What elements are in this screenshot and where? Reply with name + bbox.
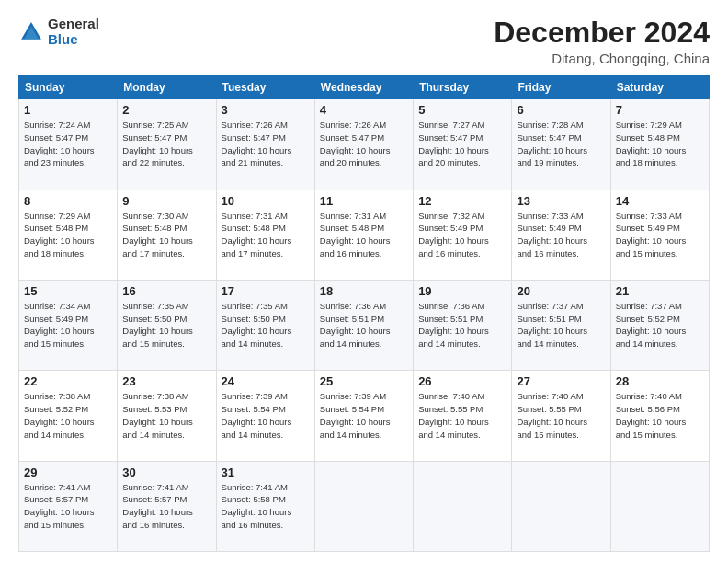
day-number: 5 (418, 103, 506, 117)
calendar-cell: 4Sunrise: 7:26 AMSunset: 5:47 PMDaylight… (314, 99, 413, 190)
day-number: 9 (122, 194, 210, 208)
calendar-cell: 1Sunrise: 7:24 AMSunset: 5:47 PMDaylight… (19, 99, 118, 190)
calendar-cell: 23Sunrise: 7:38 AMSunset: 5:53 PMDayligh… (118, 371, 216, 461)
cell-info: Sunrise: 7:33 AMSunset: 5:49 PMDaylight:… (616, 210, 704, 260)
cell-info: Sunrise: 7:34 AMSunset: 5:49 PMDaylight:… (24, 300, 112, 350)
cell-info: Sunrise: 7:33 AMSunset: 5:49 PMDaylight:… (517, 210, 605, 260)
day-number: 27 (517, 374, 605, 388)
calendar-cell: 6Sunrise: 7:28 AMSunset: 5:47 PMDaylight… (512, 99, 610, 190)
day-number: 23 (122, 374, 210, 388)
day-number: 25 (320, 374, 408, 388)
cell-info: Sunrise: 7:31 AMSunset: 5:48 PMDaylight:… (320, 210, 408, 260)
cell-info: Sunrise: 7:37 AMSunset: 5:52 PMDaylight:… (616, 300, 704, 350)
day-number: 1 (24, 103, 112, 117)
col-thursday: Thursday (414, 76, 512, 99)
calendar-cell: 19Sunrise: 7:36 AMSunset: 5:51 PMDayligh… (414, 280, 512, 370)
calendar-cell: 29Sunrise: 7:41 AMSunset: 5:57 PMDayligh… (19, 461, 118, 551)
cell-info: Sunrise: 7:41 AMSunset: 5:57 PMDaylight:… (24, 481, 112, 532)
cell-info: Sunrise: 7:24 AMSunset: 5:47 PMDaylight:… (24, 119, 112, 169)
day-number: 13 (517, 194, 605, 208)
day-number: 30 (122, 465, 210, 479)
calendar-cell: 22Sunrise: 7:38 AMSunset: 5:52 PMDayligh… (19, 371, 118, 461)
day-number: 14 (616, 194, 704, 208)
day-number: 20 (517, 284, 605, 298)
cell-info: Sunrise: 7:36 AMSunset: 5:51 PMDaylight:… (320, 300, 408, 350)
calendar-row-2: 8Sunrise: 7:29 AMSunset: 5:48 PMDaylight… (19, 190, 710, 280)
day-number: 6 (517, 103, 605, 117)
calendar-cell: 31Sunrise: 7:41 AMSunset: 5:58 PMDayligh… (216, 461, 314, 551)
day-number: 15 (24, 284, 112, 298)
calendar-cell: 25Sunrise: 7:39 AMSunset: 5:54 PMDayligh… (314, 371, 413, 461)
col-friday: Friday (512, 76, 610, 99)
calendar-cell: 21Sunrise: 7:37 AMSunset: 5:52 PMDayligh… (610, 280, 709, 370)
cell-info: Sunrise: 7:26 AMSunset: 5:47 PMDaylight:… (320, 119, 408, 169)
calendar-cell: 16Sunrise: 7:35 AMSunset: 5:50 PMDayligh… (118, 280, 216, 370)
calendar-cell: 2Sunrise: 7:25 AMSunset: 5:47 PMDaylight… (118, 99, 216, 190)
logo: General Blue (18, 17, 99, 47)
calendar-cell: 14Sunrise: 7:33 AMSunset: 5:49 PMDayligh… (610, 190, 709, 280)
cell-info: Sunrise: 7:35 AMSunset: 5:50 PMDaylight:… (222, 300, 310, 350)
calendar-row-1: 1Sunrise: 7:24 AMSunset: 5:47 PMDaylight… (19, 99, 710, 190)
location: Ditang, Chongqing, China (494, 51, 710, 66)
month-title: December 2024 (494, 17, 710, 49)
day-number: 26 (418, 374, 506, 388)
day-number: 28 (616, 374, 704, 388)
calendar-cell: 8Sunrise: 7:29 AMSunset: 5:48 PMDaylight… (19, 190, 118, 280)
day-number: 16 (122, 284, 210, 298)
calendar-cell: 13Sunrise: 7:33 AMSunset: 5:49 PMDayligh… (512, 190, 610, 280)
cell-info: Sunrise: 7:36 AMSunset: 5:51 PMDaylight:… (418, 300, 506, 350)
page: General Blue December 2024 Ditang, Chong… (0, 0, 728, 563)
day-number: 3 (222, 103, 310, 117)
day-number: 4 (320, 103, 408, 117)
logo-text: General Blue (48, 17, 99, 47)
calendar-cell: 10Sunrise: 7:31 AMSunset: 5:48 PMDayligh… (216, 190, 314, 280)
day-number: 7 (616, 103, 704, 117)
calendar-cell: 18Sunrise: 7:36 AMSunset: 5:51 PMDayligh… (314, 280, 413, 370)
day-number: 10 (222, 194, 310, 208)
day-number: 19 (418, 284, 506, 298)
calendar-cell (610, 461, 709, 551)
cell-info: Sunrise: 7:40 AMSunset: 5:56 PMDaylight:… (616, 390, 704, 441)
col-tuesday: Tuesday (216, 76, 314, 99)
cell-info: Sunrise: 7:30 AMSunset: 5:48 PMDaylight:… (122, 210, 210, 260)
cell-info: Sunrise: 7:41 AMSunset: 5:57 PMDaylight:… (122, 481, 210, 532)
day-number: 31 (222, 465, 310, 479)
cell-info: Sunrise: 7:29 AMSunset: 5:48 PMDaylight:… (24, 210, 112, 260)
cell-info: Sunrise: 7:40 AMSunset: 5:55 PMDaylight:… (517, 390, 605, 441)
header: General Blue December 2024 Ditang, Chong… (18, 17, 710, 66)
day-number: 2 (122, 103, 210, 117)
day-number: 12 (418, 194, 506, 208)
col-wednesday: Wednesday (314, 76, 413, 99)
calendar-cell: 20Sunrise: 7:37 AMSunset: 5:51 PMDayligh… (512, 280, 610, 370)
cell-info: Sunrise: 7:29 AMSunset: 5:48 PMDaylight:… (616, 119, 704, 169)
day-number: 8 (24, 194, 112, 208)
cell-info: Sunrise: 7:27 AMSunset: 5:47 PMDaylight:… (418, 119, 506, 169)
calendar-cell: 11Sunrise: 7:31 AMSunset: 5:48 PMDayligh… (314, 190, 413, 280)
day-number: 24 (222, 374, 310, 388)
calendar-cell: 24Sunrise: 7:39 AMSunset: 5:54 PMDayligh… (216, 371, 314, 461)
calendar-cell: 12Sunrise: 7:32 AMSunset: 5:49 PMDayligh… (414, 190, 512, 280)
calendar-row-4: 22Sunrise: 7:38 AMSunset: 5:52 PMDayligh… (19, 371, 710, 461)
calendar-row-3: 15Sunrise: 7:34 AMSunset: 5:49 PMDayligh… (19, 280, 710, 370)
calendar-cell: 27Sunrise: 7:40 AMSunset: 5:55 PMDayligh… (512, 371, 610, 461)
calendar-cell: 17Sunrise: 7:35 AMSunset: 5:50 PMDayligh… (216, 280, 314, 370)
col-saturday: Saturday (610, 76, 709, 99)
calendar-cell: 5Sunrise: 7:27 AMSunset: 5:47 PMDaylight… (414, 99, 512, 190)
cell-info: Sunrise: 7:37 AMSunset: 5:51 PMDaylight:… (517, 300, 605, 350)
calendar-header-row: Sunday Monday Tuesday Wednesday Thursday… (19, 76, 710, 99)
calendar-cell (512, 461, 610, 551)
cell-info: Sunrise: 7:28 AMSunset: 5:47 PMDaylight:… (517, 119, 605, 169)
cell-info: Sunrise: 7:39 AMSunset: 5:54 PMDaylight:… (320, 390, 408, 441)
calendar-row-5: 29Sunrise: 7:41 AMSunset: 5:57 PMDayligh… (19, 461, 710, 551)
cell-info: Sunrise: 7:32 AMSunset: 5:49 PMDaylight:… (418, 210, 506, 260)
day-number: 18 (320, 284, 408, 298)
cell-info: Sunrise: 7:41 AMSunset: 5:58 PMDaylight:… (222, 481, 310, 532)
day-number: 21 (616, 284, 704, 298)
cell-info: Sunrise: 7:40 AMSunset: 5:55 PMDaylight:… (418, 390, 506, 441)
calendar-table: Sunday Monday Tuesday Wednesday Thursday… (18, 75, 710, 552)
title-block: December 2024 Ditang, Chongqing, China (494, 17, 710, 66)
col-monday: Monday (118, 76, 216, 99)
cell-info: Sunrise: 7:25 AMSunset: 5:47 PMDaylight:… (122, 119, 210, 169)
cell-info: Sunrise: 7:38 AMSunset: 5:53 PMDaylight:… (122, 390, 210, 441)
calendar-cell (314, 461, 413, 551)
